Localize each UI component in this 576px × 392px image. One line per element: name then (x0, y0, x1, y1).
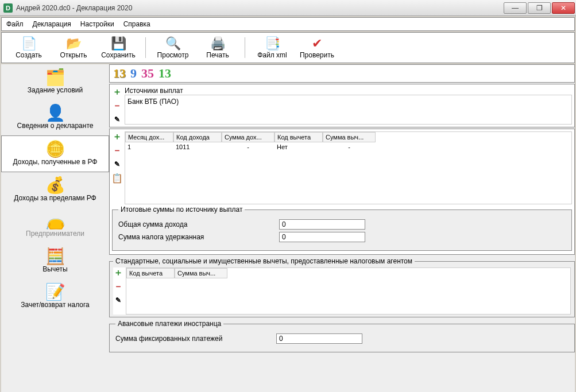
menubar: Файл Декларация Настройки Справка (1, 17, 575, 31)
rate-tab-13b[interactable]: 13 (159, 66, 171, 81)
minimize-button[interactable]: — (504, 2, 527, 14)
print-icon: 🖨️ (210, 36, 226, 51)
advance-legend: Авансовые платежи иностранца (115, 320, 223, 328)
titlebar: D Андрей 2020.dc0 - Декларация 2020 — ❐ … (0, 0, 576, 16)
deduction-delete-button[interactable]: － (113, 281, 123, 292)
tax-withheld-input[interactable] (279, 232, 365, 242)
th-code[interactable]: Код дохода (173, 132, 222, 142)
totals-fieldset: Итоговые суммы по источнику выплат Общая… (112, 205, 572, 251)
print-button[interactable]: 🖨️ Печать (195, 35, 240, 60)
source-row[interactable]: Банк ВТБ (ПАО) (127, 98, 569, 106)
sidebar-item-entrepreneur: 👝 Предприниматели (1, 208, 109, 243)
incomes-panel: ＋ － ✎ 📋 Месяц дох... Код дохода Сумма до… (109, 129, 575, 255)
income-delete-button[interactable]: － (112, 145, 122, 156)
sidebar-item-income-rf[interactable]: 🪙 Доходы, полученные в РФ (1, 135, 109, 172)
create-label: Создать (16, 51, 42, 59)
income-edit-button[interactable]: ✎ (112, 159, 122, 169)
check-button[interactable]: ✔ Проверить (295, 35, 339, 60)
sources-list[interactable]: Банк ВТБ (ПАО) (125, 95, 572, 125)
sidebar-label: Доходы за пределами РФ (3, 194, 107, 202)
save-icon: 💾 (111, 36, 126, 51)
folder-open-icon: 📂 (66, 36, 82, 51)
source-edit-button[interactable]: ✎ (112, 114, 122, 125)
agent-deductions-fieldset: Стандартные, социальные и имущественные … (109, 257, 575, 317)
rate-tab-35[interactable]: 35 (141, 66, 154, 81)
source-add-button[interactable]: ＋ (112, 87, 122, 97)
sidebar-label: Зачет/возврат налога (3, 301, 107, 309)
sidebar-label: Вычеты (3, 265, 107, 273)
income-copy-button[interactable]: 📋 (112, 173, 122, 183)
sidebar: 🗂️ Задание условий 👤 Сведения о декларан… (1, 64, 109, 392)
sources-title: Источники выплат (125, 87, 572, 95)
main-area: 13 9 35 13 ＋ － ✎ Источники выплат Банк В… (109, 64, 575, 392)
fixed-payments-input[interactable] (276, 333, 362, 344)
cell-month: 1 (125, 142, 173, 152)
income-rf-icon: 🪙 (4, 139, 106, 158)
sidebar-item-refund[interactable]: 📝 Зачет/возврат налога (1, 279, 109, 315)
income-add-button[interactable]: ＋ (112, 131, 122, 142)
xml-icon: 📑 (265, 36, 280, 51)
deductions-icon: 🧮 (3, 247, 107, 265)
toolbar-separator (145, 37, 146, 58)
deduction-edit-button[interactable]: ✎ (113, 295, 123, 305)
close-button[interactable]: ✕ (552, 2, 575, 14)
sidebar-item-conditions[interactable]: 🗂️ Задание условий (1, 64, 109, 100)
filexml-label: Файл xml (257, 51, 287, 59)
preview-icon: 🔍 (165, 36, 181, 51)
refund-icon: 📝 (3, 282, 107, 301)
th-dedsum[interactable]: Сумма выч... (323, 132, 376, 142)
th-ded-code[interactable]: Код вычета (126, 268, 175, 278)
cell-code: 1011 (173, 142, 222, 152)
deductions-table[interactable]: Код вычета Сумма выч... (126, 267, 571, 315)
totals-legend: Итоговые суммы по источнику выплат (118, 205, 245, 214)
rate-tab-9[interactable]: 9 (130, 66, 137, 81)
entrepreneur-icon: 👝 (3, 211, 107, 230)
tax-withheld-label: Сумма налога удержанная (118, 233, 279, 241)
filexml-button[interactable]: 📑 Файл xml (250, 35, 295, 60)
sidebar-item-deductions[interactable]: 🧮 Вычеты (1, 243, 109, 279)
menu-settings[interactable]: Настройки (80, 20, 114, 28)
sidebar-label: Задание условий (3, 86, 107, 94)
maximize-button[interactable]: ❐ (528, 2, 551, 14)
th-ded-sum[interactable]: Сумма выч... (175, 268, 227, 278)
th-sum[interactable]: Сумма дох... (222, 132, 275, 142)
sidebar-label: Предприниматели (3, 230, 107, 238)
agent-deductions-legend: Стандартные, социальные и имущественные … (113, 257, 415, 265)
create-button[interactable]: 📄 Создать (6, 35, 51, 60)
sidebar-label: Сведения о декларанте (3, 122, 107, 130)
open-label: Открыть (60, 51, 87, 59)
total-income-input[interactable] (279, 219, 365, 230)
toolbar: 📄 Создать 📂 Открыть 💾 Сохранить 🔍 Просмо… (1, 32, 575, 63)
incomes-table[interactable]: Месяц дох... Код дохода Сумма дох... Код… (125, 131, 572, 204)
sources-panel: ＋ － ✎ Источники выплат Банк ВТБ (ПАО) (109, 84, 575, 127)
income-row[interactable]: 1 1011 - Нет - (125, 142, 571, 152)
deduction-add-button[interactable]: ＋ (113, 267, 123, 278)
conditions-icon: 🗂️ (3, 68, 107, 86)
menu-declaration[interactable]: Декларация (33, 20, 71, 28)
menu-help[interactable]: Справка (123, 20, 150, 28)
menu-file[interactable]: Файл (6, 20, 24, 28)
preview-button[interactable]: 🔍 Просмотр (150, 35, 195, 60)
source-delete-button[interactable]: － (112, 100, 122, 111)
declarant-icon: 👤 (3, 103, 107, 122)
sidebar-item-declarant[interactable]: 👤 Сведения о декларанте (1, 100, 109, 135)
sidebar-item-income-foreign[interactable]: 💰 Доходы за пределами РФ (1, 172, 109, 208)
toolbar-separator (245, 37, 245, 58)
total-income-label: Общая сумма дохода (118, 220, 279, 228)
cell-dedsum: - (323, 142, 376, 152)
save-button[interactable]: 💾 Сохранить (96, 35, 141, 60)
check-icon: ✔ (312, 36, 322, 51)
check-label: Проверить (300, 51, 334, 59)
app-icon: D (3, 3, 13, 13)
sidebar-label: Доходы, полученные в РФ (4, 158, 106, 166)
open-button[interactable]: 📂 Открыть (51, 35, 96, 60)
preview-label: Просмотр (157, 51, 189, 59)
th-month[interactable]: Месяц дох... (125, 132, 173, 142)
file-new-icon: 📄 (21, 36, 37, 51)
cell-dedcode: Нет (275, 142, 323, 152)
cell-sum: - (222, 142, 275, 152)
save-label: Сохранить (101, 51, 136, 59)
th-dedcode[interactable]: Код вычета (275, 132, 323, 142)
rate-tab-13[interactable]: 13 (113, 66, 126, 81)
income-foreign-icon: 💰 (3, 176, 107, 194)
